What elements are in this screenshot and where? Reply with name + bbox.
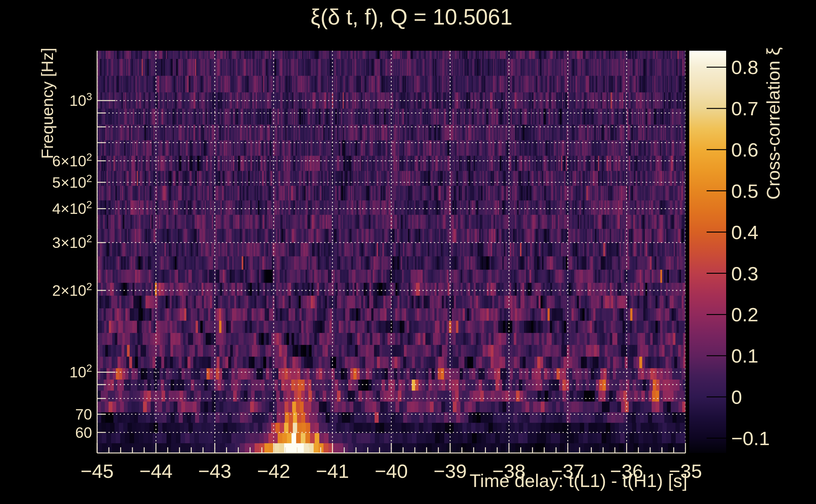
y-tick-label: 70 <box>75 405 92 423</box>
heatmap-canvas <box>0 0 816 504</box>
x-tick-label: −44 <box>139 460 172 482</box>
y-tick-label: 3×102 <box>52 234 92 251</box>
y-tick-exponent: 2 <box>86 172 92 184</box>
y-tick-mantissa: 10 <box>69 92 86 109</box>
x-tick-label: −38 <box>492 460 526 482</box>
colorbar-title: Cross-correlation ξ <box>763 47 784 200</box>
y-tick-label: 6×102 <box>52 152 92 169</box>
colorbar-tick-label: 0 <box>731 386 742 408</box>
y-tick-mantissa: 3×10 <box>52 234 86 251</box>
y-tick-mantissa: 60 <box>75 424 92 441</box>
y-tick-exponent: 2 <box>86 151 92 163</box>
x-tick-label: −37 <box>551 460 584 482</box>
y-tick-exponent: 2 <box>86 362 92 374</box>
y-tick-exponent: 3 <box>86 91 92 102</box>
colorbar-tick-label: 0.1 <box>731 345 758 367</box>
y-tick-label: 5×102 <box>52 174 92 191</box>
colorbar-tick-label: 0.3 <box>731 262 758 284</box>
colorbar-tick-label: 0.5 <box>731 180 758 202</box>
y-tick-mantissa: 2×10 <box>52 282 86 299</box>
colorbar-tick-label: 0.8 <box>731 56 758 78</box>
colorbar-tick-label: 0.6 <box>731 139 758 161</box>
y-tick-label: 4×102 <box>52 200 92 217</box>
colorbar-tick-label: 0.4 <box>731 221 758 243</box>
colorbar-tick-label: −0.1 <box>731 427 770 449</box>
cross-correlation-spectrogram: ξ(δ t, f), Q = 10.5061 Frequency [Hz] Ti… <box>0 0 816 504</box>
y-tick-label: 103 <box>69 92 92 109</box>
x-tick-label: −45 <box>80 460 113 482</box>
x-tick-label: −39 <box>434 460 467 482</box>
y-tick-label: 60 <box>75 424 92 441</box>
x-tick-label: −41 <box>316 460 349 482</box>
x-tick-label: −43 <box>198 460 232 482</box>
x-tick-label: −36 <box>610 460 643 482</box>
colorbar-tick-label: 0.2 <box>731 303 758 326</box>
y-tick-exponent: 2 <box>86 199 92 210</box>
y-tick-mantissa: 4×10 <box>52 200 86 217</box>
plot-title: ξ(δ t, f), Q = 10.5061 <box>311 4 512 30</box>
x-tick-label: −40 <box>375 460 408 482</box>
y-tick-mantissa: 10 <box>69 364 86 381</box>
y-tick-mantissa: 70 <box>75 406 92 422</box>
y-tick-mantissa: 5×10 <box>52 174 86 191</box>
x-tick-label: −35 <box>669 460 702 482</box>
y-tick-label: 2×102 <box>52 282 92 299</box>
x-tick-label: −42 <box>257 460 290 482</box>
y-tick-exponent: 2 <box>86 280 92 292</box>
y-tick-label: 102 <box>69 364 92 381</box>
y-axis-title: Frequency [Hz] <box>38 48 57 159</box>
colorbar-tick-label: 0.7 <box>731 97 758 120</box>
y-tick-mantissa: 6×10 <box>52 152 86 169</box>
y-tick-exponent: 2 <box>86 233 92 244</box>
